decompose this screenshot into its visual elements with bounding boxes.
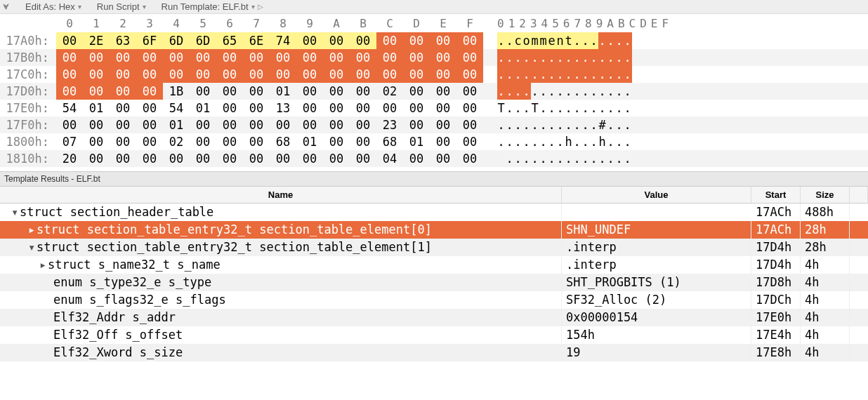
hex-byte[interactable]: 00	[270, 150, 296, 167]
hex-byte[interactable]: 00	[350, 49, 376, 66]
hex-byte[interactable]: 01	[296, 133, 323, 150]
ascii-cell[interactable]: ...............	[497, 150, 652, 167]
hex-byte[interactable]: 2E	[83, 32, 110, 49]
hex-byte[interactable]: 00	[376, 100, 403, 116]
hex-byte[interactable]: 00	[296, 116, 323, 133]
hex-row[interactable]: 1800h:07000000020000006801000068010000..…	[0, 133, 868, 150]
hex-byte[interactable]: 00	[350, 150, 376, 167]
hex-byte[interactable]: 02	[163, 133, 190, 150]
hex-byte[interactable]: 00	[456, 66, 483, 83]
hex-byte[interactable]: 00	[110, 100, 136, 116]
hex-byte[interactable]: 00	[136, 66, 163, 83]
ascii-cell[interactable]: T...T...........	[497, 100, 652, 116]
tree-row[interactable]: Elf32_Addr s_addr0x0000015417E0h4h	[0, 309, 868, 326]
hex-byte[interactable]: 00	[110, 83, 136, 100]
hex-byte[interactable]: 00	[350, 32, 376, 49]
hex-byte[interactable]: 00	[456, 116, 483, 133]
chevron-right-icon[interactable]: ▸	[39, 256, 48, 274]
hex-byte[interactable]: 00	[190, 83, 216, 100]
hex-byte[interactable]: 00	[456, 133, 483, 150]
hex-byte[interactable]: 00	[56, 66, 83, 83]
hex-byte[interactable]: 00	[216, 116, 243, 133]
hex-byte[interactable]: 00	[350, 100, 376, 116]
hex-byte[interactable]: 63	[110, 32, 136, 49]
hex-byte[interactable]: 00	[430, 83, 456, 100]
hex-byte[interactable]: 00	[136, 133, 163, 150]
hex-byte[interactable]: 00	[323, 133, 350, 150]
hex-byte[interactable]: 07	[56, 133, 83, 150]
hex-byte[interactable]: 00	[323, 150, 350, 167]
hex-byte[interactable]: 00	[430, 150, 456, 167]
hex-byte[interactable]: 00	[456, 83, 483, 100]
hex-byte[interactable]: 00	[243, 116, 270, 133]
hex-byte[interactable]: 00	[136, 83, 163, 100]
hex-byte[interactable]: 00	[403, 100, 430, 116]
hex-byte[interactable]: 00	[403, 83, 430, 100]
hex-byte[interactable]: 00	[403, 49, 430, 66]
hex-byte[interactable]: 00	[270, 49, 296, 66]
chevron-down-icon[interactable]: ▾	[11, 204, 20, 221]
hex-byte[interactable]: 01	[190, 100, 216, 116]
hex-row[interactable]: 1810h:20000000000000000000000004000000 .…	[0, 150, 868, 167]
tree-row[interactable]: ▸struct s_name32_t s_name.interp17D4h4h	[0, 256, 868, 274]
col-name[interactable]: Name	[0, 187, 562, 203]
hex-byte[interactable]: 00	[430, 133, 456, 150]
tree-row[interactable]: enum s_flags32_e s_flagsSF32_Alloc (2)17…	[0, 291, 868, 309]
hex-byte[interactable]: 00	[403, 32, 430, 49]
hex-byte[interactable]: 65	[216, 32, 243, 49]
hex-byte[interactable]: 00	[243, 133, 270, 150]
hex-byte[interactable]: 00	[83, 150, 110, 167]
hex-byte[interactable]: 00	[163, 49, 190, 66]
hex-byte[interactable]: 01	[163, 116, 190, 133]
hex-row[interactable]: 17E0h:54010000540100001300000000000000T.…	[0, 100, 868, 116]
hex-byte[interactable]: 00	[56, 49, 83, 66]
hex-byte[interactable]: 54	[163, 100, 190, 116]
col-value[interactable]: Value	[562, 187, 751, 203]
hex-byte[interactable]: 00	[270, 66, 296, 83]
ascii-cell[interactable]: ................	[497, 66, 652, 83]
hex-byte[interactable]: 20	[56, 150, 83, 167]
hex-byte[interactable]: 00	[430, 100, 456, 116]
hex-byte[interactable]: 6F	[136, 32, 163, 49]
hex-byte[interactable]: 00	[216, 133, 243, 150]
hex-byte[interactable]: 00	[190, 116, 216, 133]
hex-byte[interactable]: 00	[190, 150, 216, 167]
hex-byte[interactable]: 00	[350, 83, 376, 100]
hex-byte[interactable]: 23	[376, 116, 403, 133]
ascii-cell[interactable]: ........h...h...	[497, 133, 652, 150]
hex-byte[interactable]: 00	[110, 133, 136, 150]
hex-byte[interactable]: 04	[376, 150, 403, 167]
ascii-cell[interactable]: ................	[497, 83, 652, 100]
hex-byte[interactable]: 00	[270, 116, 296, 133]
hex-byte[interactable]: 01	[83, 100, 110, 116]
tree-row[interactable]: enum s_type32_e s_typeSHT_PROGBITS (1)17…	[0, 274, 868, 291]
hex-byte[interactable]: 00	[136, 150, 163, 167]
hex-byte[interactable]: 00	[296, 49, 323, 66]
hex-byte[interactable]: 00	[243, 49, 270, 66]
hex-byte[interactable]: 68	[270, 133, 296, 150]
chevron-down-icon[interactable]: ▾	[28, 239, 37, 256]
hex-byte[interactable]: 6D	[163, 32, 190, 49]
hex-byte[interactable]: 00	[350, 66, 376, 83]
hex-byte[interactable]: 01	[403, 133, 430, 150]
hex-byte[interactable]: 00	[376, 49, 403, 66]
col-size[interactable]: Size	[801, 187, 850, 203]
hex-byte[interactable]: 00	[323, 83, 350, 100]
hex-byte[interactable]: 00	[83, 83, 110, 100]
hex-byte[interactable]: 00	[376, 66, 403, 83]
hex-byte[interactable]: 1B	[163, 83, 190, 100]
hex-byte[interactable]: 00	[216, 83, 243, 100]
hex-byte[interactable]: 00	[350, 116, 376, 133]
hex-byte[interactable]: 00	[56, 32, 83, 49]
tree-row[interactable]: ▾struct section_table_entry32_t section_…	[0, 239, 868, 256]
hex-byte[interactable]: 01	[270, 83, 296, 100]
hex-byte[interactable]: 00	[430, 32, 456, 49]
hex-byte[interactable]: 00	[430, 49, 456, 66]
tree-row[interactable]: Elf32_Off s_offset154h17E4h4h	[0, 326, 868, 344]
edit-as-menu[interactable]: Edit As: Hex ▾	[25, 1, 81, 12]
hex-byte[interactable]: 00	[83, 66, 110, 83]
hex-byte[interactable]: 00	[56, 83, 83, 100]
hex-byte[interactable]: 00	[456, 100, 483, 116]
hex-byte[interactable]: 00	[216, 66, 243, 83]
play-icon[interactable]: ▷	[258, 3, 263, 11]
